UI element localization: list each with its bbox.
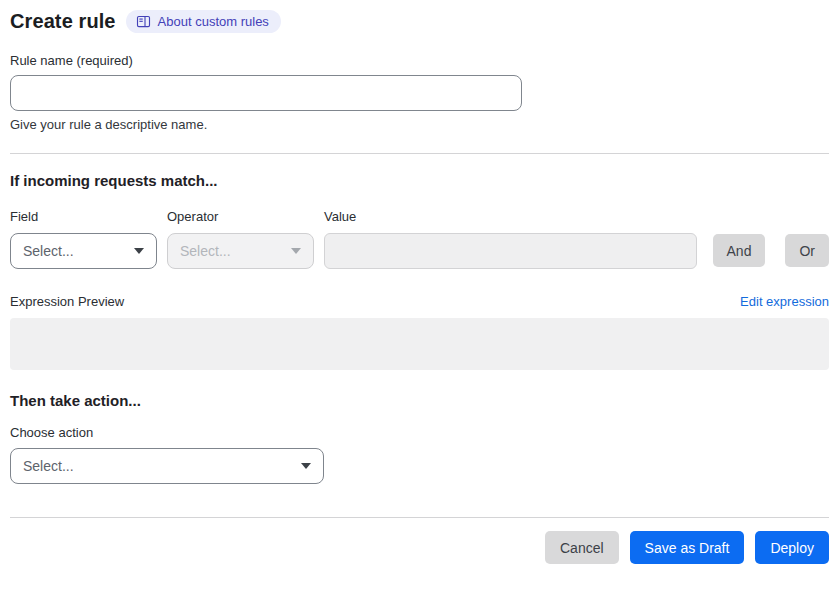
action-select[interactable]: Select... [10,448,324,484]
chevron-down-icon [134,248,144,254]
field-column: Field Select... [10,209,157,269]
expression-preview-row: Expression Preview Edit expression [10,294,829,309]
create-rule-panel: Create rule About custom rules Rule name… [0,0,839,597]
field-label: Field [10,209,157,224]
value-input[interactable] [324,233,697,269]
action-select-value: Select... [23,458,74,474]
operator-label: Operator [167,209,314,224]
rule-name-label: Rule name (required) [10,53,829,68]
condition-row: Field Select... Operator Select... Value… [10,209,829,269]
operator-select[interactable]: Select... [167,233,314,269]
edit-expression-link[interactable]: Edit expression [740,294,829,309]
chevron-down-icon [291,248,301,254]
about-custom-rules-label: About custom rules [158,14,269,29]
rule-name-input[interactable] [10,75,522,111]
footer-divider [10,517,829,518]
rule-name-helper: Give your rule a descriptive name. [10,117,829,132]
cancel-button[interactable]: Cancel [545,531,619,564]
chevron-down-icon [301,463,311,469]
action-section-heading: Then take action... [10,392,829,409]
about-custom-rules-badge[interactable]: About custom rules [126,10,281,33]
expression-preview-box [10,318,829,370]
book-icon [136,14,151,29]
expression-preview-label: Expression Preview [10,294,124,309]
field-select[interactable]: Select... [10,233,157,269]
value-label: Value [324,209,697,224]
footer-actions: Cancel Save as Draft Deploy [10,531,829,564]
operator-column: Operator Select... [167,209,314,269]
section-divider [10,153,829,154]
deploy-button[interactable]: Deploy [755,531,829,564]
header: Create rule About custom rules [10,10,829,33]
save-as-draft-button[interactable]: Save as Draft [630,531,745,564]
field-select-value: Select... [23,243,74,259]
choose-action-label: Choose action [10,425,829,440]
operator-select-value: Select... [180,243,231,259]
and-button[interactable]: And [713,234,766,267]
or-button[interactable]: Or [785,234,829,267]
match-section-heading: If incoming requests match... [10,172,829,189]
value-column: Value [324,209,697,269]
page-title: Create rule [10,10,116,33]
